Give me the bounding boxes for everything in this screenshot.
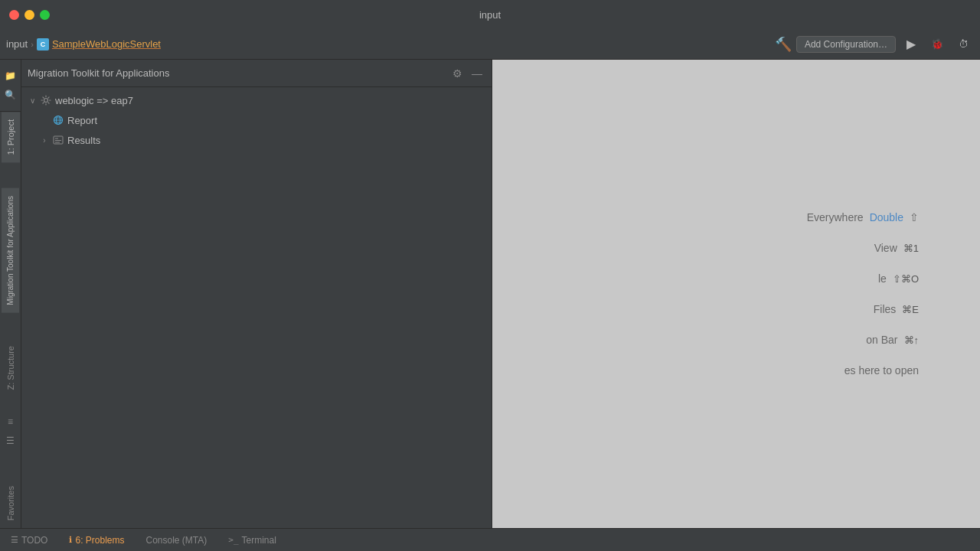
sidebar-item-project[interactable]: 1: Project xyxy=(2,112,20,162)
debug-button[interactable]: 🐞 xyxy=(926,34,948,55)
tree-results-item[interactable]: › Results xyxy=(21,130,492,150)
problems-icon: ℹ xyxy=(69,535,72,545)
minimize-icon: — xyxy=(472,67,482,80)
tool-panel-title: Migration Toolkit for Applications xyxy=(28,67,444,79)
breadcrumb-input[interactable]: input xyxy=(6,38,28,50)
window-title: input xyxy=(479,9,501,21)
sidebar-item-migration[interactable]: Migration Toolkit for Applications xyxy=(2,188,19,313)
left-vertical-tabs: 📁 🔍 1: Project Migration Toolkit for App… xyxy=(0,60,21,528)
tree-root-item[interactable]: ∨ weblogic => eap7 xyxy=(21,90,492,110)
tool-panel-header: Migration Toolkit for Applications ⚙ — xyxy=(21,60,492,87)
left-tab-section: 1: Project Migration Toolkit for Applica… xyxy=(0,112,21,528)
run-button[interactable]: ▶ xyxy=(900,34,922,55)
sidebar-item-favorites[interactable]: Favorites xyxy=(2,478,20,528)
breadcrumb-file[interactable]: SampleWebLogicServlet xyxy=(52,38,161,50)
add-configuration-button[interactable]: Add Configuration… xyxy=(796,36,896,53)
structure-icons: ≡ ☰ xyxy=(2,410,19,452)
gear-icon-tree xyxy=(40,94,52,106)
nav-right: 🔨 Add Configuration… ▶ 🐞 ⏱ xyxy=(775,34,974,55)
profile-icon: ⏱ xyxy=(959,38,969,50)
tree-container: ∨ weblogic => eap7 › xyxy=(21,87,492,528)
console-tab[interactable]: Console (MTA) xyxy=(141,532,211,549)
problems-tab[interactable]: ℹ 6: Problems xyxy=(64,532,129,549)
todo-icon: ☰ xyxy=(11,535,18,545)
terminal-icon: >_ xyxy=(228,535,238,545)
tree-report-item[interactable]: › Report xyxy=(21,110,492,130)
terminal-label: Terminal xyxy=(242,535,276,546)
gear-icon: ⚙ xyxy=(452,67,462,80)
sidebar-item-structure[interactable]: Z: Structure xyxy=(2,338,20,397)
class-icon: C xyxy=(37,38,49,51)
profile-button[interactable]: ⏱ xyxy=(952,34,974,55)
tree-root-label: weblogic => eap7 xyxy=(55,95,133,106)
structure-icon-1[interactable]: ≡ xyxy=(2,413,19,430)
tool-panel: Migration Toolkit for Applications ⚙ — ∨ xyxy=(21,60,492,528)
tree-report-label: Report xyxy=(67,115,97,126)
shortcut-view: View ⌘1 xyxy=(874,242,919,254)
main-content: 📁 🔍 1: Project Migration Toolkit for App… xyxy=(0,60,980,528)
title-bar: input xyxy=(0,0,980,29)
tree-chevron-root: ∨ xyxy=(28,96,37,105)
add-config-label: Add Configuration… xyxy=(805,39,887,50)
console-label: Console (MTA) xyxy=(145,535,207,546)
close-button[interactable] xyxy=(9,10,19,20)
breadcrumb: input › C SampleWebLogicServlet xyxy=(6,38,161,51)
settings-button[interactable]: ⚙ xyxy=(449,65,466,82)
bottom-bar: ☰ TODO ℹ 6: Problems Console (MTA) >_ Te… xyxy=(0,528,980,551)
terminal-tab[interactable]: >_ Terminal xyxy=(224,532,281,549)
shortcut-drop: es here to open xyxy=(844,364,919,377)
project-section: 📁 🔍 xyxy=(0,60,21,112)
tree-results-label: Results xyxy=(67,135,100,146)
shortcut-open: le ⇧⌘O xyxy=(878,272,919,285)
maximize-button[interactable] xyxy=(40,10,50,20)
todo-tab[interactable]: ☰ TODO xyxy=(6,532,52,549)
minimize-panel-button[interactable]: — xyxy=(469,65,485,82)
hammer-icon: 🔨 xyxy=(775,36,792,53)
breadcrumb-chevron: › xyxy=(31,40,34,49)
tool-panel-actions: ⚙ — xyxy=(449,65,485,82)
todo-label: TODO xyxy=(21,535,47,546)
right-panel: Everywhere Double ⇧ View ⌘1 le ⇧⌘O Files… xyxy=(492,60,980,528)
debug-icon: 🐞 xyxy=(931,38,943,50)
svg-point-0 xyxy=(44,99,48,103)
tree-chevron-results: › xyxy=(40,135,49,145)
project-view-icon[interactable]: 🔍 xyxy=(2,86,19,103)
structure-icon-2[interactable]: ☰ xyxy=(2,432,19,449)
nav-bar: input › C SampleWebLogicServlet 🔨 Add Co… xyxy=(0,29,980,60)
results-icon xyxy=(52,134,64,146)
project-icons: 📁 🔍 xyxy=(2,64,19,106)
run-icon: ▶ xyxy=(906,37,916,51)
shortcut-files: Files ⌘E xyxy=(874,303,919,315)
globe-icon xyxy=(52,114,64,126)
project-folder-icon[interactable]: 📁 xyxy=(2,67,19,84)
minimize-button[interactable] xyxy=(24,10,34,20)
shortcut-everywhere: Everywhere Double ⇧ xyxy=(807,211,919,223)
shortcut-double-link[interactable]: Double xyxy=(870,211,903,223)
shortcut-bar: on Bar ⌘↑ xyxy=(866,334,919,346)
traffic-lights xyxy=(9,10,50,20)
problems-label: 6: Problems xyxy=(75,535,124,546)
